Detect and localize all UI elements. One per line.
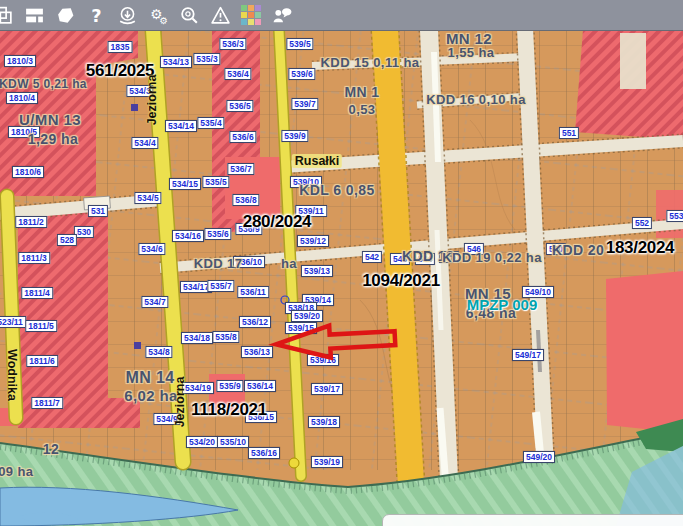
svg-text:⚙: ⚙	[159, 14, 167, 25]
map-graphics	[0, 0, 683, 526]
building-symbol	[134, 342, 141, 349]
toolbar-icon-group: ?⚙⚙	[0, 3, 294, 27]
legend-icon[interactable]	[239, 3, 263, 27]
warning-icon[interactable]	[208, 3, 232, 27]
search-icon[interactable]	[177, 3, 201, 27]
svg-text:?: ?	[91, 5, 101, 26]
settings-icon[interactable]: ⚙⚙	[146, 3, 170, 27]
point-symbol-yellow	[289, 458, 299, 468]
polygon-select-icon[interactable]	[53, 3, 77, 27]
toolbar: ?⚙⚙	[0, 0, 683, 31]
help-icon[interactable]: ?	[84, 3, 108, 27]
building-symbol	[131, 104, 138, 111]
map-application-window: 18351810/3534/13535/3536/3539/51810/4534…	[0, 0, 683, 526]
layout-panels-icon[interactable]	[22, 3, 46, 27]
user-comment-icon[interactable]	[270, 3, 294, 27]
bottom-panel	[382, 514, 683, 526]
layers-icon[interactable]	[0, 3, 15, 27]
download-icon[interactable]	[115, 3, 139, 27]
